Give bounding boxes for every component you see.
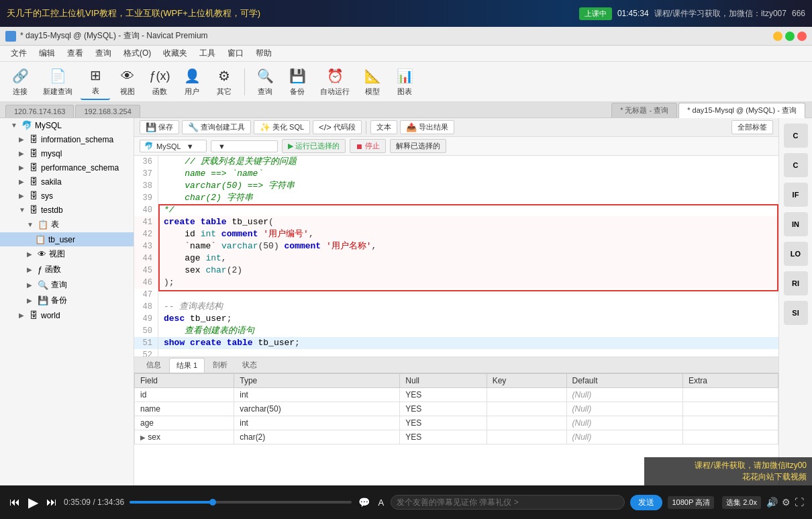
stop-button[interactable]: ⏹ 停止 (350, 139, 386, 153)
text-button[interactable]: 文本 (370, 120, 397, 134)
video-controls-left: ⏮ ▶ ⏭ 0:35:09 / 1:34:36 (8, 493, 124, 512)
right-icon-btn-in[interactable]: IN (784, 212, 808, 236)
menu-window[interactable]: 窗口 (222, 46, 249, 60)
maximize-button[interactable] (785, 32, 795, 41)
fullscreen-button[interactable]: 全部标签 (731, 120, 773, 134)
tables-icon: 📋 (38, 220, 48, 230)
sidebar-item-backups[interactable]: ▶ 💾 备份 (0, 293, 134, 308)
sidebar-item-performance-schema[interactable]: ▶ 🗄 performance_schema (0, 160, 134, 175)
menu-view[interactable]: 查看 (62, 46, 89, 60)
chevron-down-icon: ▼ (187, 142, 194, 150)
code-editor[interactable]: 36 // 厌载列名是关键字的问题 37 name ==> `name` 38 … (134, 156, 778, 357)
video-speed[interactable]: 选集 2.0x (722, 496, 761, 509)
explain-button[interactable]: 解释已选择的 (390, 139, 446, 153)
toolbar-function[interactable]: ƒ(x) 函数 (145, 64, 174, 99)
subtitle-button[interactable]: A (376, 496, 385, 509)
save-button[interactable]: 💾 保存 (140, 120, 179, 134)
tab-day15-query[interactable]: * day15-Mysql @ (MySQL) - 查询 (678, 103, 805, 118)
beautify-button[interactable]: ✨ 美化 SQL (254, 120, 310, 134)
menu-edit[interactable]: 编辑 (34, 46, 60, 60)
beautify-label: 美化 SQL (272, 122, 304, 132)
toolbar-new-query[interactable]: 📄 新建查询 (38, 64, 78, 99)
tab-info[interactable]: 信息 (140, 358, 168, 372)
sidebar-item-mysql[interactable]: ▼ 🐬 MySQL (0, 118, 134, 132)
sidebar-item-tb-user[interactable]: 📋 tb_user (0, 232, 134, 246)
cell-extra (683, 416, 778, 430)
sidebar-item-information-schema[interactable]: ▶ 🗄 information_schema (0, 132, 134, 146)
sidebar-item-views[interactable]: ▶ 👁 视图 (0, 246, 134, 262)
toolbar-model[interactable]: 📐 模型 (358, 64, 387, 99)
tab-server2[interactable]: 192.168.3.254 (75, 105, 140, 117)
toolbar-other[interactable]: ⚙ 其它 (209, 64, 239, 99)
fullscreen-icon[interactable]: ⛶ (795, 497, 804, 508)
schema-selector[interactable]: ▼ (211, 140, 278, 152)
right-icon-btn-c1[interactable]: C (784, 124, 808, 148)
video-progress-bar[interactable] (130, 501, 352, 504)
toolbar-view[interactable]: 👁 视图 (113, 64, 142, 99)
tab-server1[interactable]: 120.76.174.163 (5, 105, 74, 117)
col-field: Field (135, 374, 234, 388)
table-row[interactable]: ▶ sex char(2) YES (Null) (135, 430, 778, 444)
sidebar-item-sakila[interactable]: ▶ 🗄 sakila (0, 175, 134, 189)
table-row[interactable]: name varchar(50) YES (Null) (135, 402, 778, 416)
sidebar-item-tables[interactable]: ▼ 📋 表 (0, 217, 134, 232)
right-icon-btn-c2[interactable]: C (784, 153, 808, 177)
sidebar-item-functions[interactable]: ▶ ƒ 函数 (0, 262, 134, 277)
table-row[interactable]: age int YES (Null) (135, 416, 778, 430)
menu-query[interactable]: 查询 (90, 46, 117, 60)
sidebar-item-queries[interactable]: ▶ 🔍 查询 (0, 277, 134, 293)
sidebar-item-testdb[interactable]: ▼ 🗄 testdb (0, 203, 134, 217)
video-next-button[interactable]: ⏭ (45, 495, 58, 510)
danmaku-settings-button[interactable]: 💬 (357, 496, 371, 509)
run-selected-button[interactable]: ▶ 运行已选择的 (282, 139, 346, 153)
right-icon-btn-ri[interactable]: RI (784, 271, 808, 295)
send-danmaku-button[interactable]: 发送 (630, 495, 662, 510)
toolbar-schedule[interactable]: ⏰ 自动运行 (315, 64, 355, 99)
query-builder-button[interactable]: 🔧 查询创建工具 (182, 120, 251, 134)
right-icon-btn-if[interactable]: IF (784, 183, 808, 207)
cell-key (487, 416, 566, 430)
close-button[interactable] (797, 32, 807, 41)
sidebar-item-world[interactable]: ▶ 🗄 world (0, 308, 134, 322)
menu-tools[interactable]: 工具 (194, 46, 221, 60)
volume-icon[interactable]: 🔊 (766, 497, 778, 508)
sidebar-item-mysql-db[interactable]: ▶ 🗄 mysql (0, 146, 134, 160)
connect-label: 连接 (13, 87, 28, 97)
video-progress-area[interactable] (130, 501, 352, 504)
video-quality[interactable]: 1080P 高清 (668, 496, 714, 509)
settings-icon[interactable]: ⚙ (782, 497, 791, 508)
minimize-button[interactable] (773, 32, 782, 41)
run-selected-label: 运行已选择的 (295, 141, 340, 151)
menu-help[interactable]: 帮助 (250, 46, 277, 60)
video-prev-button[interactable]: ⏮ (8, 495, 21, 510)
menu-favorites[interactable]: 收藏夹 (158, 46, 193, 60)
toolbar-user[interactable]: 👤 用户 (177, 64, 207, 99)
tab-status[interactable]: 状态 (236, 358, 264, 372)
toolbar-search[interactable]: 🔍 查询 (250, 64, 280, 99)
toolbar-table[interactable]: ⊞ 表 (81, 63, 110, 100)
video-play-button[interactable]: ▶ (27, 493, 40, 512)
menu-file[interactable]: 文件 (5, 46, 32, 60)
code-snippet-button[interactable]: </> 代码段 (313, 120, 362, 134)
toolbar-connect[interactable]: 🔗 连接 (5, 64, 35, 99)
menu-format[interactable]: 格式(O) (118, 46, 156, 60)
tab-profiling[interactable]: 剖析 (206, 358, 234, 372)
code-line-48: 48 -- 查询表结构 (134, 301, 778, 313)
toolbar-chart[interactable]: 📊 图表 (390, 64, 419, 99)
views-label: 视图 (49, 248, 65, 260)
table-row[interactable]: id int YES (Null) (135, 388, 778, 402)
other-label: 其它 (217, 87, 232, 97)
database-selector[interactable]: 🐬 MySQL ▼ (140, 140, 207, 152)
danmaku-input[interactable] (391, 495, 625, 510)
table-icon: ⊞ (86, 66, 105, 85)
right-icon-btn-si[interactable]: SI (784, 301, 808, 325)
tab-result1[interactable]: 结果 1 (169, 358, 205, 373)
overlay-text: 课程/课件获取，请加微信itzy00 (650, 460, 807, 471)
tab-untitled-query[interactable]: * 无标题 - 查询 (611, 103, 677, 117)
col-extra: Extra (683, 374, 778, 388)
export-button[interactable]: 📤 导出结果 (400, 120, 454, 134)
view-icon: 👁 (118, 66, 137, 85)
sidebar-item-sys[interactable]: ▶ 🗄 sys (0, 189, 134, 203)
right-icon-btn-lo[interactable]: LO (784, 242, 808, 266)
toolbar-backup[interactable]: 💾 备份 (283, 64, 312, 99)
